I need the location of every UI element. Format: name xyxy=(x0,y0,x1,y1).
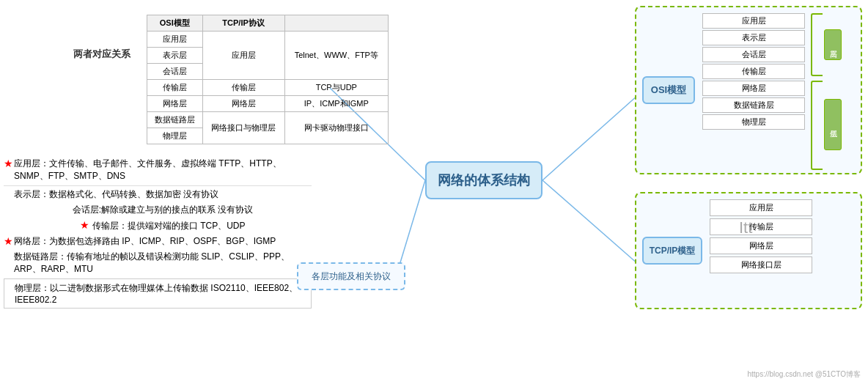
itt-text: Itt xyxy=(739,218,752,237)
tcp-layer-network: 网络层 xyxy=(710,237,812,254)
itt-label: Itt xyxy=(739,218,752,237)
center-title-text: 网络的体系结构 xyxy=(438,171,530,189)
star-icon-app: ★ xyxy=(4,158,13,169)
watermark: https://blog.csdn.net @51CTO博客 xyxy=(748,369,861,380)
tcp-model-box: TCP/IP模型 应用层 传输层 网络层 网络接口层 xyxy=(635,192,862,309)
table-row: 传输层 传输层 TCP与UDP xyxy=(147,80,389,96)
tcp-layers-list: 应用层 传输层 网络层 网络接口层 xyxy=(710,199,812,276)
star-icon-transport: ★ xyxy=(80,219,89,231)
osi-layer-network: 网络层 xyxy=(702,81,805,96)
osi-layer-datalink: 数据链路层 xyxy=(702,97,805,113)
table-header-tcp: TCP/IP协议 xyxy=(202,15,284,32)
osi-model-box: OSI模型 应用层 表示层 会话层 传输层 网络层 数据链路层 物理层 高层 低… xyxy=(635,6,862,174)
layer-transport-text: 传输层：提供端对端的接口 TCP、UDP xyxy=(92,221,246,231)
center-title: 网络的体系结构 xyxy=(425,161,542,199)
layer-item-app: ★ 应用层：文件传输、电子邮件、文件服务、虚拟终端 TFTP、HTTP、SNMP… xyxy=(4,158,312,182)
osi-layer-pres: 表示层 xyxy=(702,30,805,45)
osi-table: OSI模型 TCP/IP协议 应用层 应用层 Telnet、WWW、FTP等 表… xyxy=(147,15,389,144)
osi-layer-physical: 物理层 xyxy=(702,114,805,130)
low-label: 低层 xyxy=(824,99,842,150)
table-row: 应用层 应用层 Telnet、WWW、FTP等 xyxy=(147,32,389,48)
layer-item-presentation: 表示层：数据格式化、代码转换、数据加密 没有协议 xyxy=(4,185,312,201)
layer-item-session: 会话层:解除或建立与别的接点的联系 没有协议 xyxy=(4,204,312,216)
table-row: 数据链路层 网络接口与物理层 网卡驱动物理接口 xyxy=(147,112,389,128)
table-header-proto xyxy=(284,15,388,32)
svg-line-2 xyxy=(542,95,638,180)
layer-session-text: 会话层:解除或建立与别的接点的联系 没有协议 xyxy=(73,204,254,215)
table-header-osi: OSI模型 xyxy=(147,15,203,32)
osi-layers-list: 应用层 表示层 会话层 传输层 网络层 数据链路层 物理层 xyxy=(702,13,805,131)
layer-item-datalink: 数据链路层：传输有地址的帧以及错误检测功能 SLIP、CSLIP、PPP、ARP… xyxy=(4,251,312,276)
watermark-text1: https://blog.csdn.net xyxy=(748,370,814,378)
layer-item-network: ★ 网络层：为数据包选择路由 IP、ICMP、RIP、OSPF、BGP、IGMP xyxy=(4,235,312,248)
svg-line-3 xyxy=(542,180,638,264)
relation-title: 两者对应关系 xyxy=(73,48,130,61)
osi-layer-session: 会话层 xyxy=(702,47,805,62)
main-container: 网络的体系结构 两者对应关系 OSI模型 TCP/IP协议 应用层 应用层 Te… xyxy=(0,0,868,384)
high-label: 高层 xyxy=(824,29,842,60)
layer-pres-text: 表示层：数据格式化、代码转换、数据加密 没有协议 xyxy=(14,189,218,199)
layer-network-text: 网络层：为数据包选择路由 IP、ICMP、RIP、OSPF、BGP、IGMP xyxy=(14,236,276,246)
osi-model-label-text: OSI模型 xyxy=(651,84,686,97)
watermark-text2: @51CTO博客 xyxy=(815,370,861,378)
layer-item-transport: ★ 传输层：提供端对端的接口 TCP、UDP xyxy=(4,219,312,232)
tcp-model-label-text: TCP/IP模型 xyxy=(650,245,696,257)
star-icon-network: ★ xyxy=(4,235,13,247)
layer-physical-text: 物理层：以二进制数据形式在物理媒体上传输数据 ISO2110、IEEE802、I… xyxy=(15,283,298,305)
layer-item-physical: 物理层：以二进制数据形式在物理媒体上传输数据 ISO2110、IEEE802、I… xyxy=(4,278,312,309)
tcp-layer-interface: 网络接口层 xyxy=(710,256,812,273)
layers-label: 各层功能及相关协议 xyxy=(297,262,405,290)
tcp-layer-app: 应用层 xyxy=(710,199,812,216)
high-bracket xyxy=(811,13,823,76)
layers-label-text: 各层功能及相关协议 xyxy=(312,270,391,283)
tcp-layer-transport: 传输层 xyxy=(710,218,812,235)
tcp-model-label: TCP/IP模型 xyxy=(642,237,702,265)
low-bracket xyxy=(811,81,823,170)
layer-datalink-text: 数据链路层：传输有地址的帧以及错误检测功能 SLIP、CSLIP、PPP、ARP… xyxy=(14,251,290,274)
table-row: 网络层 网络层 IP、ICMP和IGMP xyxy=(147,96,389,112)
osi-layer-app: 应用层 xyxy=(702,13,805,29)
layer-app-text: 应用层：文件传输、电子邮件、文件服务、虚拟终端 TFTP、HTTP、SNMP、F… xyxy=(14,158,282,181)
osi-layer-transport: 传输层 xyxy=(702,64,805,79)
layers-section: ★ 应用层：文件传输、电子邮件、文件服务、虚拟终端 TFTP、HTTP、SNMP… xyxy=(4,158,312,311)
osi-model-label: OSI模型 xyxy=(642,76,695,104)
